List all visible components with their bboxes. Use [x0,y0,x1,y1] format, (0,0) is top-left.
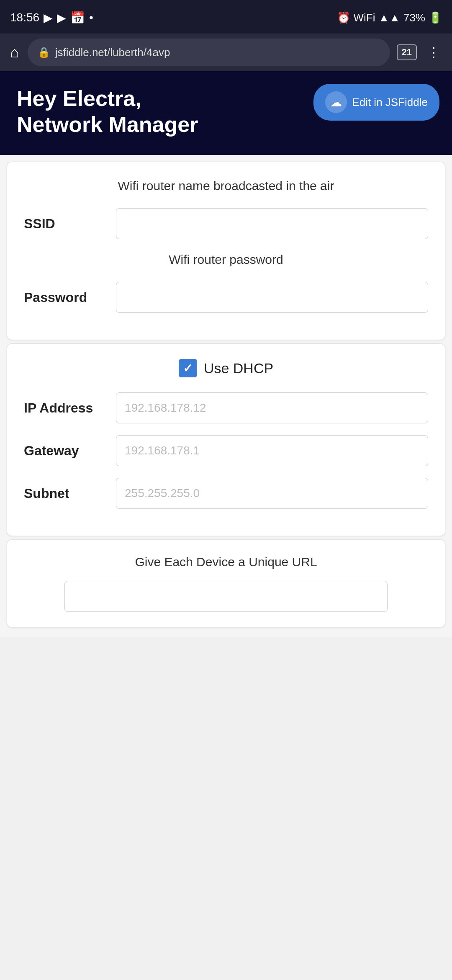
signal-icon: ▲▲ [378,11,400,24]
home-icon: ⌂ [10,44,19,61]
gateway-row: Gateway [24,435,428,466]
ssid-input[interactable] [116,208,428,239]
checkmark-icon: ✓ [183,361,193,375]
cloud-icon: ☁ [330,95,342,109]
more-menu-button[interactable]: ⋮ [424,43,444,62]
status-time: 18:56 [10,11,39,24]
bottom-input-row [24,581,428,612]
header-banner: Hey Electra, Network Manager ☁ Edit in J… [0,71,452,155]
dhcp-checkbox-wrap: ✓ Use DHCP [179,359,273,377]
unique-url-input[interactable] [64,581,388,612]
ssid-description: Wifi router name broadcasted in the air [24,177,428,195]
dhcp-row: ✓ Use DHCP [24,359,428,377]
battery-icon: 🔋 [429,11,442,24]
dot-indicator: • [89,11,93,24]
subnet-input[interactable] [116,478,428,509]
edit-jsfiddle-button[interactable]: ☁ Edit in JSFiddle [313,84,439,121]
ip-address-input[interactable] [116,392,428,423]
dhcp-checkbox[interactable]: ✓ [179,359,197,377]
wifi-card: Wifi router name broadcasted in the air … [7,162,445,340]
battery-indicator: 73% [403,11,425,24]
page-title: Hey Electra, Network Manager [17,85,226,138]
edit-jsfiddle-label: Edit in JSFiddle [352,96,428,109]
status-bar: 18:56 ▶ ▶ 📅 • ⏰ WiFi ▲▲ 73% 🔋 [0,0,452,34]
home-button[interactable]: ⌂ [8,42,21,63]
dhcp-label: Use DHCP [204,360,273,377]
main-content: Wifi router name broadcasted in the air … [0,155,452,637]
subnet-row: Subnet [24,478,428,509]
status-left: 18:56 ▶ ▶ 📅 • [10,11,93,25]
ip-address-label: IP Address [24,400,108,416]
status-right: ⏰ WiFi ▲▲ 73% 🔋 [337,11,442,24]
more-icon: ⋮ [427,45,440,60]
bottom-card: Give Each Device a Unique URL [7,539,445,627]
youtube-icon: ▶ [57,11,66,25]
address-bar[interactable]: 🔒 jsfiddle.net/luberth/4avp [28,39,390,66]
bottom-card-description: Give Each Device a Unique URL [24,555,428,569]
calendar-icon: 📅 [70,11,85,25]
gateway-label: Gateway [24,443,108,459]
subnet-label: Subnet [24,486,108,501]
tab-count[interactable]: 21 [397,44,417,60]
lock-icon: 🔒 [38,46,50,58]
wifi-icon: WiFi [354,11,375,24]
browser-bar: ⌂ 🔒 jsfiddle.net/luberth/4avp 21 ⋮ [0,34,452,71]
password-description: Wifi router password [24,251,428,268]
ssid-label: SSID [24,216,108,232]
dhcp-card: ✓ Use DHCP IP Address Gateway Subnet [7,343,445,536]
password-input[interactable] [116,282,428,313]
password-label: Password [24,290,108,305]
url-text: jsfiddle.net/luberth/4avp [55,46,380,59]
gateway-input[interactable] [116,435,428,466]
ssid-row: SSID [24,208,428,239]
alarm-icon: ⏰ [337,11,350,24]
ip-address-row: IP Address [24,392,428,423]
play-icon: ▶ [44,11,53,25]
password-row: Password [24,282,428,313]
